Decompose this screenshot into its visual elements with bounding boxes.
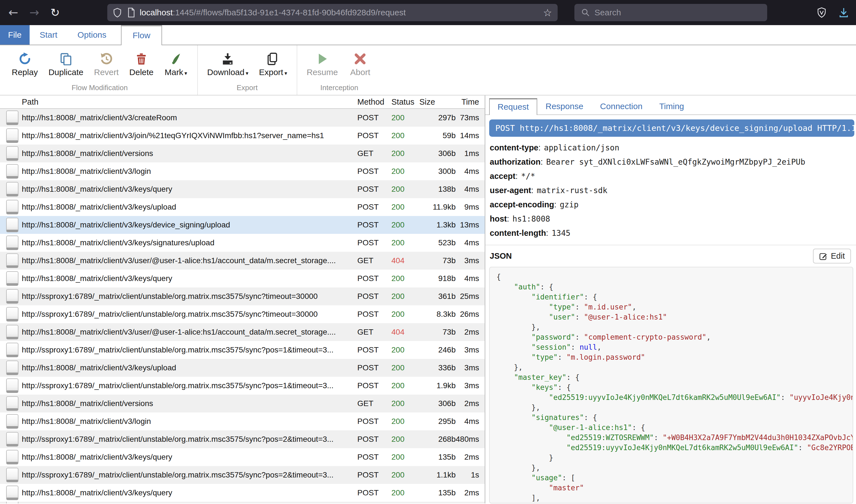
table-row[interactable]: http://hs1:8008/_matrix/client/v3/keys/q… [0,448,485,466]
table-row[interactable]: http://hs1:8008/_matrix/client/v3/loginP… [0,162,485,180]
flow-status: 200 [391,274,420,283]
header-line[interactable]: content-type:application/json [490,141,856,155]
row-icon-col [0,432,22,447]
table-row[interactable]: http://ssproxy1:6789/_matrix/client/unst… [0,466,485,484]
table-row[interactable]: http://ssproxy1:6789/_matrix/client/unst… [0,287,485,305]
table-row[interactable]: http://ssproxy1:6789/_matrix/client/unst… [0,377,485,395]
row-icon-col [0,414,22,429]
header-line[interactable]: accept-encoding:gzip [490,198,856,212]
table-row[interactable]: http://hs1:8008/_matrix/client/versionsG… [0,395,485,412]
flow-marker-icon [6,271,18,286]
table-row[interactable]: http://hs1:8008/_matrix/client/v3/user/@… [0,252,485,270]
menu-file[interactable]: File [0,25,30,44]
request-line[interactable]: POST http://hs1:8008/_matrix/client/v3/k… [489,120,854,137]
header-line[interactable]: accept:*/* [490,169,856,183]
flow-size: 297b [420,113,456,122]
table-row[interactable]: http://hs1:8008/_matrix/client/v3/create… [0,109,485,127]
detail-tab-response[interactable]: Response [537,98,592,114]
export-label: Export [259,68,283,77]
table-row[interactable]: http://hs1:8008/_matrix/client/v3/user/@… [0,323,485,341]
url-bar[interactable]: localhost:1445/#/flows/fba5f13d-91e1-437… [107,4,558,21]
resume-button[interactable]: Resume [307,50,338,77]
mark-button[interactable]: Mark ▾ [164,50,188,77]
revert-button[interactable]: Revert [94,50,118,77]
table-row[interactable]: http://hs1:8008/_matrix/client/v3/loginP… [0,412,485,430]
flow-method: POST [357,310,391,319]
delete-label: Delete [129,68,154,77]
flow-size: 246b [420,345,456,355]
table-row-partial[interactable] [0,502,485,503]
flow-table-header: Path Method Status Size Time [0,95,485,109]
flow-size: 1.3kb [420,220,456,229]
replay-button[interactable]: Replay [12,50,38,77]
menu-start[interactable]: Start [30,25,67,44]
flow-marker-icon [6,236,18,250]
table-row[interactable]: http://hs1:8008/_matrix/client/v3/join/%… [0,127,485,145]
table-row[interactable]: http://hs1:8008/_matrix/client/v3/keys/d… [0,216,485,234]
json-line: "usage": [ [496,473,853,483]
header-line[interactable]: content-length:1345 [490,226,856,240]
header-name: authorization [490,157,541,167]
duplicate-button[interactable]: Duplicate [48,50,83,77]
column-method[interactable]: Method [357,97,391,107]
flow-method: POST [357,292,391,301]
header-line[interactable]: user-agent:matrix-rust-sdk [490,183,856,198]
column-path[interactable]: Path [22,97,357,107]
edit-button[interactable]: Edit [813,249,851,264]
bookmark-star-icon[interactable]: ☆ [543,7,552,18]
back-icon[interactable]: ← [8,7,18,18]
table-row[interactable]: http://hs1:8008/_matrix/client/v3/keys/q… [0,484,485,502]
header-line[interactable]: authorization:Bearer syt_dXNlci0xLWFsaWN… [490,155,856,169]
table-row[interactable]: http://hs1:8008/_matrix/client/v3/keys/s… [0,234,485,252]
detail-tab-connection[interactable]: Connection [592,98,651,114]
column-status[interactable]: Status [391,97,420,107]
replay-label: Replay [12,68,38,77]
table-row[interactable]: http://hs1:8008/_matrix/client/v3/keys/u… [0,359,485,377]
flow-marker-icon [6,325,18,339]
flow-method: POST [357,220,391,229]
url-host: localhost [140,8,173,17]
table-row[interactable]: http://hs1:8008/_matrix/client/v3/keys/u… [0,198,485,216]
toolbar-group-interception: Resume Abort Interception [297,45,382,95]
forward-icon[interactable]: → [29,7,39,18]
request-headers: content-type:application/jsonauthorizati… [490,141,856,240]
download-button[interactable]: Download ▾ [207,50,249,77]
resume-label: Resume [307,68,338,77]
column-size[interactable]: Size [420,97,456,107]
detail-tab-timing[interactable]: Timing [651,98,692,114]
table-row[interactable]: http://ssproxy1:6789/_matrix/client/unst… [0,430,485,448]
detail-tab-request[interactable]: Request [489,98,537,115]
json-body[interactable]: { "auth": { "identifier": { "type": "m.i… [489,267,853,503]
flow-path: http://hs1:8008/_matrix/client/v3/keys/q… [22,453,357,462]
shield-icon[interactable] [113,7,122,18]
flow-path: http://hs1:8008/_matrix/client/v3/keys/q… [22,274,357,283]
tab-flow[interactable]: Flow [121,25,162,45]
table-row[interactable]: http://hs1:8008/_matrix/client/versionsG… [0,145,485,162]
flow-size: 268b [420,435,456,444]
json-line: "master_key": { [496,372,853,382]
json-line: }, [496,362,853,372]
flow-method: POST [357,381,391,390]
json-line: "password": "complement-crypto-password"… [496,332,853,342]
downloads-icon[interactable] [839,7,849,18]
column-time[interactable]: Time [456,97,485,107]
flow-method: POST [357,417,391,426]
page-icon[interactable] [127,7,135,18]
table-row[interactable]: http://hs1:8008/_matrix/client/v3/keys/q… [0,270,485,287]
flow-size: 1.1kb [420,470,456,480]
flow-method: POST [357,470,391,480]
menu-options[interactable]: Options [67,25,116,44]
search-input[interactable]: Search [575,4,767,21]
header-line[interactable]: host:hs1:8008 [490,212,856,226]
delete-button[interactable]: Delete [129,50,154,77]
table-row[interactable]: http://ssproxy1:6789/_matrix/client/unst… [0,305,485,323]
row-icon-col [0,396,22,411]
abort-button[interactable]: Abort [348,50,372,77]
flow-time: 26ms [456,310,485,319]
table-row[interactable]: http://hs1:8008/_matrix/client/v3/keys/q… [0,180,485,198]
export-button[interactable]: Export ▾ [259,50,287,77]
reload-icon[interactable]: ↻ [50,7,60,18]
url-text[interactable]: localhost:1445/#/flows/fba5f13d-91e1-437… [140,8,406,17]
tracking-shield-icon[interactable] [817,7,826,18]
table-row[interactable]: http://ssproxy1:6789/_matrix/client/unst… [0,341,485,359]
